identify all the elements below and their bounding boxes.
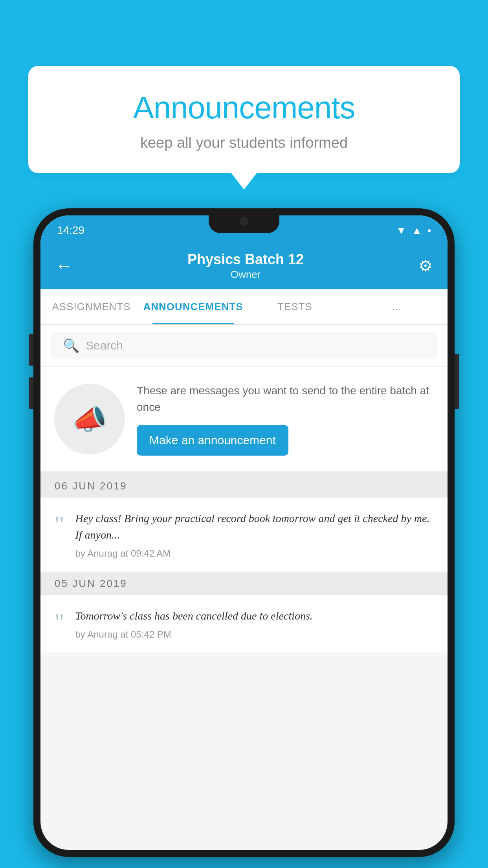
phone-button-left2 <box>29 377 33 409</box>
date-divider-1: 06 JUN 2019 <box>40 474 448 498</box>
phone-container: 14:29 ▼ ▲ ▪ ← Physics Batch 12 Owner ⚙ <box>33 208 455 868</box>
search-container: 🔍 Search <box>40 325 448 367</box>
announcement-meta-1: by Anurag at 09:42 AM <box>75 548 434 559</box>
megaphone-icon: 📣 <box>72 403 107 436</box>
date-divider-2: 05 JUN 2019 <box>40 572 448 595</box>
tabs-bar: ASSIGNMENTS ANNOUNCEMENTS TESTS ... <box>40 289 448 325</box>
app-header: ← Physics Batch 12 Owner ⚙ <box>40 242 448 289</box>
settings-icon[interactable]: ⚙ <box>418 257 433 275</box>
announcement-description: These are messages you want to send to t… <box>137 383 434 416</box>
wifi-icon: ▼ <box>396 224 406 237</box>
announcement-meta-2: by Anurag at 05:42 PM <box>75 629 434 640</box>
battery-icon: ▪ <box>427 224 431 237</box>
phone-button-right <box>455 354 459 409</box>
announcement-content-2: Tomorrow's class has been cancelled due … <box>75 608 434 640</box>
quote-icon-2: " <box>55 610 64 634</box>
tab-announcements[interactable]: ANNOUNCEMENTS <box>142 289 244 324</box>
tab-more[interactable]: ... <box>346 289 448 324</box>
quote-icon-1: " <box>55 513 64 536</box>
phone-button-left1 <box>29 334 33 366</box>
announcement-text-1: Hey class! Bring your practical record b… <box>75 510 434 543</box>
phone-camera <box>240 217 248 226</box>
announcement-prompt: 📣 These are messages you want to send to… <box>40 367 448 474</box>
batch-subtitle: Owner <box>187 268 304 281</box>
batch-title: Physics Batch 12 <box>187 251 304 268</box>
speech-bubble-card: Announcements keep all your students inf… <box>28 66 460 173</box>
header-title-section: Physics Batch 12 Owner <box>187 251 304 281</box>
bubble-subtitle: keep all your students informed <box>48 134 440 151</box>
back-button[interactable]: ← <box>55 256 73 276</box>
announcement-item-2[interactable]: " Tomorrow's class has been cancelled du… <box>40 595 448 653</box>
phone-frame: 14:29 ▼ ▲ ▪ ← Physics Batch 12 Owner ⚙ <box>33 208 455 857</box>
announcement-content-1: Hey class! Bring your practical record b… <box>75 510 434 559</box>
search-icon: 🔍 <box>63 338 79 353</box>
signal-icon: ▲ <box>412 224 422 237</box>
announcement-right: These are messages you want to send to t… <box>137 383 434 456</box>
tab-tests[interactable]: TESTS <box>244 289 346 324</box>
tab-assignments[interactable]: ASSIGNMENTS <box>40 289 142 324</box>
bubble-title: Announcements <box>48 90 440 126</box>
announcement-icon-circle: 📣 <box>54 384 125 454</box>
make-announcement-button[interactable]: Make an announcement <box>137 425 288 456</box>
status-icons: ▼ ▲ ▪ <box>396 224 431 237</box>
search-placeholder: Search <box>86 339 123 352</box>
search-bar[interactable]: 🔍 Search <box>51 332 437 359</box>
status-time: 14:29 <box>57 224 84 237</box>
phone-screen: 14:29 ▼ ▲ ▪ ← Physics Batch 12 Owner ⚙ <box>40 215 448 850</box>
announcement-text-2: Tomorrow's class has been cancelled due … <box>75 608 434 624</box>
announcement-item-1[interactable]: " Hey class! Bring your practical record… <box>40 498 448 572</box>
